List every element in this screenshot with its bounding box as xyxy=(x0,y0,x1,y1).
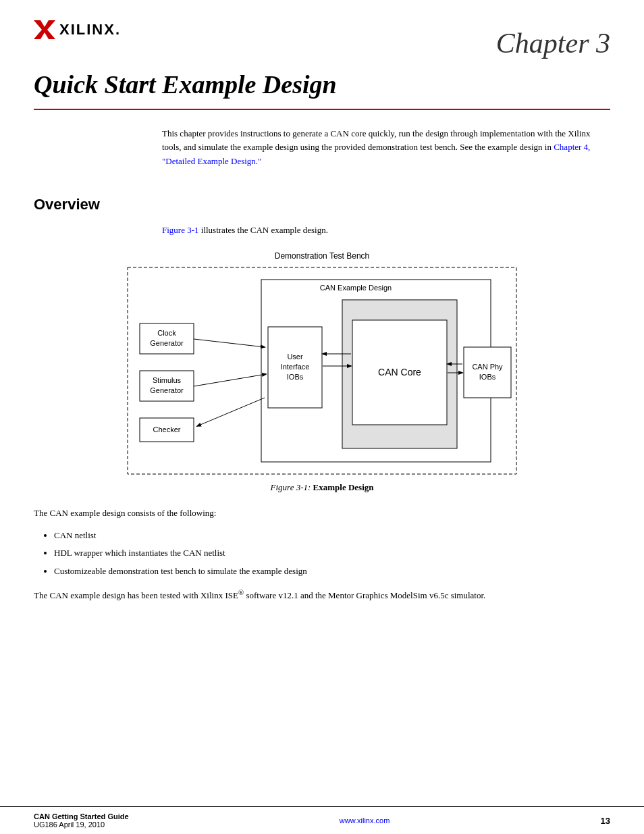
bullet-item-1: CAN netlist xyxy=(54,529,610,543)
figure-caption-bold: Example Design xyxy=(313,482,374,492)
xilinx-icon xyxy=(34,20,55,39)
footer-website-link[interactable]: www.xilinx.com xyxy=(340,816,390,825)
stimulus-gen-label2: Generator xyxy=(150,386,184,394)
clock-gen-label1: Clock xyxy=(157,329,176,337)
can-phy-label1: CAN Phy xyxy=(472,363,503,371)
figure-caption: Figure 3-1: Example Design xyxy=(271,482,374,493)
body-para1: The CAN example design consists of the f… xyxy=(34,506,610,521)
footer-page-number: 13 xyxy=(601,816,610,826)
figure-caption-italic: Figure 3-1: xyxy=(271,482,311,492)
can-core-label: CAN Core xyxy=(378,366,421,377)
footer-doc-id: UG186 April 19, 2010 xyxy=(34,820,129,829)
user-interface-label: User xyxy=(287,353,303,361)
chapter-label: Chapter 3 xyxy=(496,20,610,59)
footer-left: CAN Getting Started Guide UG186 April 19… xyxy=(34,812,129,829)
logo-text: XILINX. xyxy=(59,21,121,38)
svg-line-12 xyxy=(197,398,265,426)
user-interface-label3: IOBs xyxy=(287,373,304,381)
stimulus-gen-label1: Stimulus xyxy=(153,376,182,384)
main-title: Quick Start Example Design xyxy=(34,70,610,101)
overview-figure-ref: Figure 3-1 illustrates the CAN example d… xyxy=(162,224,610,238)
footer-center: www.xilinx.com xyxy=(340,816,390,825)
overview-section: Overview Figure 3-1 illustrates the CAN … xyxy=(0,182,644,493)
can-example-label: CAN Example Design xyxy=(320,284,392,292)
bullet-list: CAN netlist HDL wrapper which instantiat… xyxy=(54,529,610,579)
can-phy-label2: IOBs xyxy=(479,373,496,381)
diagram-top-label: Demonstration Test Bench xyxy=(275,251,370,261)
checker-label: Checker xyxy=(153,425,181,434)
overview-heading: Overview xyxy=(34,196,610,213)
body-para2: The CAN example design has been tested w… xyxy=(34,587,610,603)
example-design-diagram: CAN Example Design CAN Core User Interfa… xyxy=(126,266,518,475)
header: XILINX. Chapter 3 xyxy=(0,0,644,59)
body-para2-start: The CAN example design has been tested w… xyxy=(34,590,238,600)
diagram-container: Demonstration Test Bench CAN Example Des… xyxy=(34,251,610,493)
figure-desc: illustrates the CAN example design. xyxy=(199,225,328,235)
bullet-item-2: HDL wrapper which instantiates the CAN n… xyxy=(54,546,610,561)
intro-paragraph: This chapter provides instructions to ge… xyxy=(162,127,610,169)
registered-mark: ® xyxy=(238,588,244,596)
footer-guide-name: CAN Getting Started Guide xyxy=(34,812,129,820)
user-interface-label2: Interface xyxy=(281,363,310,371)
footer: CAN Getting Started Guide UG186 April 19… xyxy=(0,806,644,834)
title-section: Quick Start Example Design xyxy=(34,70,610,110)
svg-marker-0 xyxy=(34,20,55,39)
intro-text: This chapter provides instructions to ge… xyxy=(162,128,591,153)
svg-line-10 xyxy=(194,339,265,347)
body-content: The CAN example design consists of the f… xyxy=(0,506,644,603)
bullet-item-3: Customizeable demonstration test bench t… xyxy=(54,565,610,579)
page: XILINX. Chapter 3 Quick Start Example De… xyxy=(0,0,644,834)
clock-gen-label2: Generator xyxy=(150,339,184,347)
body-para2-end: software v12.1 and the Mentor Graphics M… xyxy=(244,590,485,600)
figure-3-1-link[interactable]: Figure 3-1 xyxy=(162,225,199,235)
xilinx-logo: XILINX. xyxy=(34,20,121,39)
svg-line-11 xyxy=(194,374,266,386)
intro-section: This chapter provides instructions to ge… xyxy=(0,110,644,169)
